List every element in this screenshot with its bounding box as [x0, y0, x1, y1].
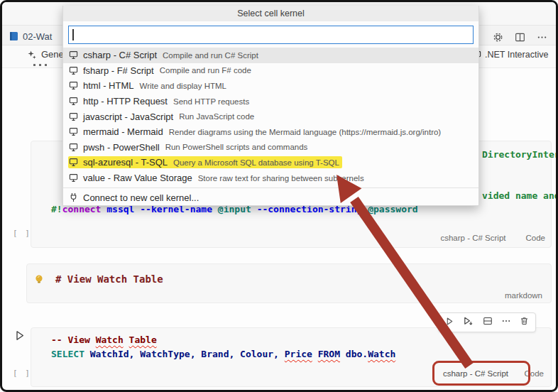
text-caret	[72, 29, 74, 40]
annotation-red-box	[432, 361, 530, 386]
kernel-option-label: html - HTML	[83, 80, 134, 91]
cell-kind-label[interactable]: Code	[526, 234, 546, 242]
kernel-option-description: Run PowerShell scripts and commands	[165, 143, 308, 151]
delete-cell-icon[interactable]	[520, 316, 529, 329]
kernel-picker-button[interactable]: .NET Interactive	[472, 50, 548, 60]
connect-new-kernel-item[interactable]: Connect to new cell kernel...	[63, 190, 478, 205]
kernel-option-label: pwsh - PowerShell	[83, 142, 160, 153]
settings-gear-icon[interactable]	[493, 32, 503, 43]
sparkle-icon	[28, 50, 36, 59]
kernel-option[interactable]: mermaid - Mermaid Render diagrams using …	[63, 124, 478, 140]
code-line-comment[interactable]: -- View Watch Table	[51, 334, 157, 345]
kernel-list: csharp - C# Script Compile and run C# Sc…	[63, 48, 478, 186]
kernel-option[interactable]: csharp - C# Script Compile and run C# Sc…	[63, 48, 478, 63]
connect-new-kernel-label: Connect to new cell kernel...	[83, 192, 199, 203]
kernel-option-label: fsharp - F# Script	[83, 65, 154, 76]
tab-notebook-file[interactable]: 02-Wat	[9, 28, 52, 44]
kernel-option[interactable]: value - Raw Value Storage Store raw text…	[63, 170, 478, 186]
execution-count: [ ]	[13, 369, 31, 378]
run-below-icon[interactable]	[463, 316, 474, 330]
kernel-option-label: javascript - JavaScript	[83, 111, 173, 122]
more-actions-icon[interactable]	[537, 32, 547, 43]
cell-kind-label[interactable]: markdown	[505, 291, 542, 300]
quick-pick-title: Select cell kernel	[63, 6, 478, 21]
markdown-source[interactable]: # View Watch Table	[55, 273, 163, 285]
tab-label: 02-Wat	[23, 31, 52, 42]
kernel-option[interactable]: pwsh - PowerShell Run PowerShell scripts…	[63, 140, 478, 156]
kernel-icon	[69, 127, 78, 136]
more-actions-icon[interactable]	[501, 316, 511, 329]
kernel-option-description: Compile and run F# code	[160, 66, 251, 75]
kernel-option[interactable]: fsharp - F# Script Compile and run F# co…	[63, 63, 478, 79]
kernel-option-description: Send HTTP requests	[173, 97, 249, 106]
kernel-option-label: value - Raw Value Storage	[83, 173, 192, 183]
cell-language-picker[interactable]: csharp - C# Script	[440, 234, 505, 242]
kernel-option-label: http - HTTP Request	[83, 96, 168, 107]
kernel-option-description: Run JavaScript code	[179, 112, 254, 121]
kernel-option-description: Store raw text for sharing between subke…	[198, 174, 364, 183]
kernel-option[interactable]: javascript - JavaScript Run JavaScript c…	[63, 109, 478, 124]
run-cell-button[interactable]	[14, 330, 26, 344]
cell-markdown[interactable]: # View Watch Table markdown	[26, 263, 552, 303]
kernel-icon	[69, 66, 78, 75]
kernel-icon	[69, 158, 78, 167]
kernel-icon	[69, 143, 78, 152]
code-fragment-bottom: vided name and	[482, 190, 558, 201]
kernel-option-label: mermaid - Mermaid	[83, 126, 163, 137]
execution-count: [ ]	[13, 229, 31, 238]
kernel-option-description: Render diagrams using the Mermaid langua…	[169, 128, 442, 136]
code-fragment-top: DirectoryInter	[482, 149, 558, 160]
notebook-icon	[9, 31, 18, 41]
kernel-icon	[69, 81, 78, 90]
kernel-option[interactable]: sql-azuresql - T-SQL Query a Microsoft S…	[63, 155, 478, 170]
kernel-option-label: csharp - C# Script	[83, 50, 157, 60]
lightbulb-icon[interactable]	[34, 274, 44, 285]
code-line-select[interactable]: SELECT WatchId, WatchType, Brand, Colour…	[51, 349, 395, 359]
overflow-dots	[33, 64, 47, 66]
kernel-option[interactable]: http - HTTP Request Send HTTP requests	[63, 94, 478, 109]
list-separator	[63, 187, 478, 188]
kernel-icon	[69, 97, 78, 106]
kernel-option-description: Write and display HTML	[140, 82, 227, 90]
split-editor-icon[interactable]	[515, 32, 525, 43]
quick-pick-panel: Select cell kernel csharp - C# Script Co…	[62, 6, 479, 206]
kernel-search-input[interactable]	[68, 26, 474, 44]
screenshot-frame: 02-Wat Genera .NET Interactive	[0, 0, 558, 392]
kernel-icon	[69, 50, 78, 60]
cell-toolbar	[438, 312, 536, 332]
kernel-option-label: sql-azuresql - T-SQL	[83, 157, 168, 168]
run-cell-icon[interactable]	[445, 316, 454, 329]
kernel-option[interactable]: html - HTML Write and display HTML	[63, 78, 478, 94]
kernel-icon	[69, 173, 78, 183]
kernel-name-label: .NET Interactive	[485, 50, 548, 60]
plug-icon	[69, 192, 78, 202]
kernel-option-description: Compile and run C# Script	[163, 51, 258, 60]
kernel-option-description: Query a Microsoft SQL database using T-S…	[173, 158, 339, 167]
kernel-icon	[69, 112, 78, 121]
split-cell-icon[interactable]	[483, 316, 493, 329]
